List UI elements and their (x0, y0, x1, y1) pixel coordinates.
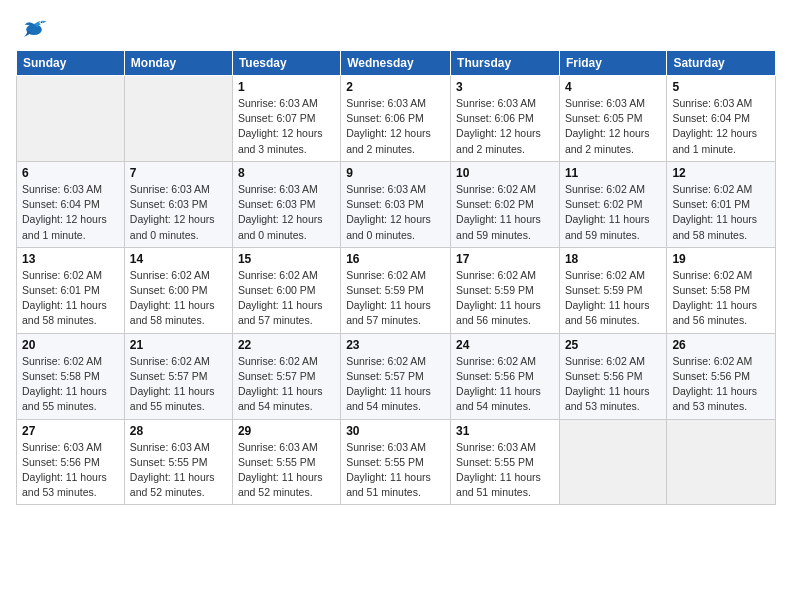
calendar-cell: 22Sunrise: 6:02 AMSunset: 5:57 PMDayligh… (232, 333, 340, 419)
calendar-cell (17, 76, 125, 162)
day-number: 25 (565, 338, 661, 352)
day-detail: Sunrise: 6:03 AMSunset: 6:04 PMDaylight:… (672, 96, 770, 157)
day-detail: Sunrise: 6:02 AMSunset: 6:02 PMDaylight:… (565, 182, 661, 243)
day-number: 30 (346, 424, 445, 438)
day-detail: Sunrise: 6:03 AMSunset: 6:03 PMDaylight:… (238, 182, 335, 243)
day-number: 15 (238, 252, 335, 266)
weekday-header: Tuesday (232, 51, 340, 76)
day-number: 9 (346, 166, 445, 180)
day-detail: Sunrise: 6:03 AMSunset: 5:55 PMDaylight:… (130, 440, 227, 501)
day-detail: Sunrise: 6:03 AMSunset: 5:55 PMDaylight:… (238, 440, 335, 501)
day-number: 22 (238, 338, 335, 352)
day-number: 12 (672, 166, 770, 180)
day-number: 2 (346, 80, 445, 94)
day-detail: Sunrise: 6:02 AMSunset: 5:57 PMDaylight:… (346, 354, 445, 415)
day-detail: Sunrise: 6:02 AMSunset: 5:56 PMDaylight:… (672, 354, 770, 415)
weekday-header: Saturday (667, 51, 776, 76)
day-detail: Sunrise: 6:03 AMSunset: 6:06 PMDaylight:… (456, 96, 554, 157)
calendar-cell: 7Sunrise: 6:03 AMSunset: 6:03 PMDaylight… (124, 161, 232, 247)
calendar-cell: 2Sunrise: 6:03 AMSunset: 6:06 PMDaylight… (341, 76, 451, 162)
calendar-cell: 21Sunrise: 6:02 AMSunset: 5:57 PMDayligh… (124, 333, 232, 419)
day-number: 11 (565, 166, 661, 180)
day-number: 10 (456, 166, 554, 180)
calendar-cell: 14Sunrise: 6:02 AMSunset: 6:00 PMDayligh… (124, 247, 232, 333)
day-number: 1 (238, 80, 335, 94)
day-number: 24 (456, 338, 554, 352)
weekday-header: Sunday (17, 51, 125, 76)
day-number: 5 (672, 80, 770, 94)
calendar-cell: 23Sunrise: 6:02 AMSunset: 5:57 PMDayligh… (341, 333, 451, 419)
day-detail: Sunrise: 6:03 AMSunset: 6:07 PMDaylight:… (238, 96, 335, 157)
calendar-cell (124, 76, 232, 162)
day-number: 16 (346, 252, 445, 266)
weekday-header: Friday (559, 51, 666, 76)
day-detail: Sunrise: 6:03 AMSunset: 6:03 PMDaylight:… (130, 182, 227, 243)
calendar-cell: 12Sunrise: 6:02 AMSunset: 6:01 PMDayligh… (667, 161, 776, 247)
day-detail: Sunrise: 6:02 AMSunset: 5:57 PMDaylight:… (130, 354, 227, 415)
day-detail: Sunrise: 6:02 AMSunset: 5:59 PMDaylight:… (456, 268, 554, 329)
day-detail: Sunrise: 6:02 AMSunset: 6:00 PMDaylight:… (238, 268, 335, 329)
calendar-cell: 9Sunrise: 6:03 AMSunset: 6:03 PMDaylight… (341, 161, 451, 247)
calendar-cell: 30Sunrise: 6:03 AMSunset: 5:55 PMDayligh… (341, 419, 451, 505)
calendar-cell: 31Sunrise: 6:03 AMSunset: 5:55 PMDayligh… (451, 419, 560, 505)
logo-bird-icon (20, 14, 48, 42)
calendar-cell: 10Sunrise: 6:02 AMSunset: 6:02 PMDayligh… (451, 161, 560, 247)
day-number: 29 (238, 424, 335, 438)
weekday-header: Thursday (451, 51, 560, 76)
calendar-cell: 27Sunrise: 6:03 AMSunset: 5:56 PMDayligh… (17, 419, 125, 505)
calendar-cell: 17Sunrise: 6:02 AMSunset: 5:59 PMDayligh… (451, 247, 560, 333)
day-number: 3 (456, 80, 554, 94)
day-detail: Sunrise: 6:02 AMSunset: 6:00 PMDaylight:… (130, 268, 227, 329)
day-number: 28 (130, 424, 227, 438)
svg-point-2 (41, 21, 43, 23)
day-number: 6 (22, 166, 119, 180)
day-detail: Sunrise: 6:02 AMSunset: 5:58 PMDaylight:… (672, 268, 770, 329)
calendar-cell: 1Sunrise: 6:03 AMSunset: 6:07 PMDaylight… (232, 76, 340, 162)
day-number: 14 (130, 252, 227, 266)
day-detail: Sunrise: 6:02 AMSunset: 5:59 PMDaylight:… (346, 268, 445, 329)
day-detail: Sunrise: 6:02 AMSunset: 6:02 PMDaylight:… (456, 182, 554, 243)
day-number: 31 (456, 424, 554, 438)
calendar-cell: 18Sunrise: 6:02 AMSunset: 5:59 PMDayligh… (559, 247, 666, 333)
day-detail: Sunrise: 6:03 AMSunset: 6:05 PMDaylight:… (565, 96, 661, 157)
day-number: 4 (565, 80, 661, 94)
day-detail: Sunrise: 6:02 AMSunset: 6:01 PMDaylight:… (22, 268, 119, 329)
day-number: 20 (22, 338, 119, 352)
calendar-cell: 24Sunrise: 6:02 AMSunset: 5:56 PMDayligh… (451, 333, 560, 419)
day-detail: Sunrise: 6:02 AMSunset: 6:01 PMDaylight:… (672, 182, 770, 243)
day-number: 23 (346, 338, 445, 352)
day-number: 19 (672, 252, 770, 266)
calendar-cell: 29Sunrise: 6:03 AMSunset: 5:55 PMDayligh… (232, 419, 340, 505)
day-number: 27 (22, 424, 119, 438)
weekday-header: Monday (124, 51, 232, 76)
calendar-cell: 28Sunrise: 6:03 AMSunset: 5:55 PMDayligh… (124, 419, 232, 505)
calendar-cell: 3Sunrise: 6:03 AMSunset: 6:06 PMDaylight… (451, 76, 560, 162)
calendar-cell: 19Sunrise: 6:02 AMSunset: 5:58 PMDayligh… (667, 247, 776, 333)
day-number: 17 (456, 252, 554, 266)
weekday-header: Wednesday (341, 51, 451, 76)
day-detail: Sunrise: 6:02 AMSunset: 5:59 PMDaylight:… (565, 268, 661, 329)
day-number: 7 (130, 166, 227, 180)
day-detail: Sunrise: 6:02 AMSunset: 5:56 PMDaylight:… (565, 354, 661, 415)
logo (16, 14, 48, 42)
day-number: 13 (22, 252, 119, 266)
calendar-cell: 8Sunrise: 6:03 AMSunset: 6:03 PMDaylight… (232, 161, 340, 247)
day-number: 26 (672, 338, 770, 352)
day-detail: Sunrise: 6:02 AMSunset: 5:57 PMDaylight:… (238, 354, 335, 415)
calendar-cell: 25Sunrise: 6:02 AMSunset: 5:56 PMDayligh… (559, 333, 666, 419)
day-detail: Sunrise: 6:03 AMSunset: 6:03 PMDaylight:… (346, 182, 445, 243)
calendar-cell: 20Sunrise: 6:02 AMSunset: 5:58 PMDayligh… (17, 333, 125, 419)
day-detail: Sunrise: 6:03 AMSunset: 5:55 PMDaylight:… (456, 440, 554, 501)
calendar-cell: 6Sunrise: 6:03 AMSunset: 6:04 PMDaylight… (17, 161, 125, 247)
calendar-cell: 26Sunrise: 6:02 AMSunset: 5:56 PMDayligh… (667, 333, 776, 419)
day-detail: Sunrise: 6:03 AMSunset: 5:55 PMDaylight:… (346, 440, 445, 501)
calendar-cell: 13Sunrise: 6:02 AMSunset: 6:01 PMDayligh… (17, 247, 125, 333)
calendar-cell: 11Sunrise: 6:02 AMSunset: 6:02 PMDayligh… (559, 161, 666, 247)
calendar-cell (559, 419, 666, 505)
calendar-cell: 4Sunrise: 6:03 AMSunset: 6:05 PMDaylight… (559, 76, 666, 162)
day-detail: Sunrise: 6:03 AMSunset: 5:56 PMDaylight:… (22, 440, 119, 501)
calendar-cell: 15Sunrise: 6:02 AMSunset: 6:00 PMDayligh… (232, 247, 340, 333)
calendar-cell: 16Sunrise: 6:02 AMSunset: 5:59 PMDayligh… (341, 247, 451, 333)
calendar-cell: 5Sunrise: 6:03 AMSunset: 6:04 PMDaylight… (667, 76, 776, 162)
day-number: 8 (238, 166, 335, 180)
